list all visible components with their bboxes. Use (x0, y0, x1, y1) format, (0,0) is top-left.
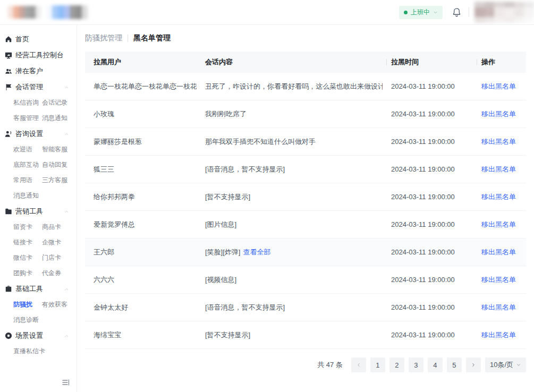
remove-from-blacklist-link[interactable]: 移出黑名单 (481, 248, 516, 256)
conversation-content-cell: [语音消息，暂不支持显示] (197, 303, 383, 312)
conversation-text: 我刚刚吃席了 (205, 110, 247, 118)
sidebar-subitem[interactable]: 团购卡 (13, 266, 42, 281)
remove-from-blacklist-link[interactable]: 移出黑名单 (481, 193, 516, 201)
sidebar-subitem[interactable]: 微信卡 (13, 250, 42, 266)
sidebar-subitem[interactable]: 消息通知 (42, 110, 77, 126)
view-all-link[interactable]: 查看全部 (243, 248, 270, 256)
sidebar-subitem[interactable]: 门店卡 (42, 250, 77, 266)
blacklist-user-cell: 狐三三 (85, 165, 197, 174)
page-number-button[interactable]: 3 (409, 357, 423, 372)
blacklist-user-cell: 小玫瑰 (85, 109, 197, 119)
sidebar-group-header[interactable]: 会话管理 (0, 79, 77, 95)
sidebar-subitem[interactable]: 链接卡 (13, 235, 42, 250)
sidebar-item-label: 首页 (15, 35, 29, 44)
header-divider (469, 7, 469, 17)
page-size-select[interactable]: 10条/页 (485, 357, 526, 372)
chevron-up-icon (64, 132, 69, 137)
main-content: 防骚扰管理 黑名单管理 拉黑用户 会话内容 拉黑时间 操作 单恋一枝花单恋一枝花… (78, 25, 534, 392)
sidebar-subitem[interactable]: 商品卡 (42, 219, 77, 235)
block-time-cell: 2024-03-11 19:00:00 (383, 331, 473, 339)
blacklist-user-cell: 金钟太太好 (85, 303, 197, 312)
sidebar-subitem[interactable]: 底部互动 (13, 157, 42, 173)
prev-page-button[interactable] (351, 357, 366, 372)
sidebar-subitem[interactable]: 智能客服 (42, 142, 77, 157)
sidebar-group-icon (5, 130, 12, 138)
sidebar-group-icon (5, 285, 12, 293)
sidebar-group-header[interactable]: 场景设置 (0, 328, 77, 344)
logo-redacted (8, 6, 41, 19)
table-row: 爱新觉罗傅总 [图片信息] 2024-03-11 19:00:00 移出黑名单 (85, 211, 526, 238)
sidebar-subitem[interactable]: 自动回复 (42, 157, 77, 173)
brand-name-redacted (46, 5, 88, 19)
sidebar-item[interactable]: 首页 (0, 31, 77, 47)
next-page-button[interactable] (466, 357, 481, 372)
sidebar-subitem[interactable]: 消息诊断 (13, 312, 42, 328)
sidebar-collapse-icon[interactable] (62, 378, 70, 387)
conversation-text: [图片信息] (205, 220, 236, 228)
sidebar-subitem[interactable]: 私信咨询 (13, 95, 42, 110)
sidebar-groups: 会话管理 私信咨询会话记录客服管理消息通知 咨询设置 (0, 79, 77, 359)
sidebar-subitem[interactable]: 三方客服 (42, 173, 77, 188)
table-row: 小玫瑰 我刚刚吃席了 2024-03-11 19:00:00 移出黑名单 (85, 100, 526, 128)
chevron-down-icon (516, 362, 521, 368)
conversation-content-cell: [笑脸][炸弹]查看全部 (197, 248, 383, 257)
sidebar-group-header[interactable]: 咨询设置 (0, 126, 77, 142)
blacklist-user-cell: 六六六 (85, 275, 197, 285)
chevron-left-icon (356, 362, 361, 368)
sidebar-subitem[interactable]: 会话记录 (42, 95, 77, 110)
notification-bell-icon[interactable] (452, 7, 461, 17)
page-number-button[interactable]: 4 (428, 357, 443, 372)
remove-from-blacklist-link[interactable]: 移出黑名单 (481, 138, 516, 146)
sidebar-item[interactable]: 潜在客户 (0, 63, 77, 79)
sidebar-group-header[interactable]: 营销工具 (0, 203, 77, 219)
sidebar-subitem[interactable]: 留资卡 (13, 219, 42, 235)
remove-from-blacklist-link[interactable]: 移出黑名单 (481, 276, 516, 284)
sidebar-subitem[interactable]: 常用语 (13, 173, 42, 188)
remove-from-blacklist-link[interactable]: 移出黑名单 (481, 303, 516, 311)
page-title: 黑名单管理 (133, 33, 171, 43)
sidebar-group-label: 场景设置 (15, 331, 43, 340)
sidebar-subitem[interactable]: 直播私信卡 (13, 344, 42, 359)
sidebar-subitem[interactable]: 企微卡 (42, 235, 77, 250)
page-number-button[interactable]: 1 (370, 357, 385, 372)
sidebar: 首页 经营工具控制台 潜在客户 会话管理 (0, 25, 77, 392)
sidebar-subitem[interactable]: 消息通知 (13, 188, 42, 203)
conversation-content-cell: 我刚刚吃席了 (197, 109, 383, 119)
sidebar-group-header[interactable]: 基础工具 (0, 281, 77, 297)
block-time-cell: 2024-03-11 19:00:00 (383, 193, 473, 201)
sidebar-subitem[interactable]: 防骚扰 (13, 297, 42, 312)
pagination: 共 47 条 12345 10条/页 (85, 357, 526, 372)
chevron-up-icon (64, 209, 69, 214)
breadcrumb: 防骚扰管理 黑名单管理 (85, 33, 526, 43)
table-body: 单恋一枝花单恋一枝花单恋一枝花... 丑死了，咋设计的，你看看好看吗，这么菜也敢… (85, 73, 526, 349)
block-time-cell: 2024-03-11 19:00:00 (383, 276, 473, 284)
sidebar-item[interactable]: 经营工具控制台 (0, 47, 77, 63)
conversation-content-cell: [图片信息] (197, 220, 383, 229)
sidebar-group: 场景设置 直播私信卡 (0, 328, 77, 359)
blacklist-user-cell: 海绵宝宝 (85, 330, 197, 340)
sidebar-item-icon (5, 52, 12, 59)
breadcrumb-parent[interactable]: 防骚扰管理 (85, 33, 122, 43)
sidebar-subitem[interactable]: 有效获客 (42, 297, 77, 312)
sidebar-group: 营销工具 留资卡商品卡链接卡企微卡微信卡门店卡团购卡代金券 (0, 203, 77, 281)
remove-from-blacklist-link[interactable]: 移出黑名单 (481, 331, 516, 339)
page-number-button[interactable]: 5 (447, 357, 462, 372)
sidebar-subitem[interactable]: 客服管理 (13, 110, 42, 126)
conversation-text: [暂不支持显示] (205, 331, 250, 339)
work-status-dropdown[interactable]: 上班中 (399, 6, 443, 19)
breadcrumb-divider (128, 35, 128, 42)
conversation-content-cell: [暂不支持显示] (197, 330, 383, 340)
block-time-cell: 2024-03-11 19:00:00 (383, 165, 473, 173)
sidebar-subitem[interactable]: 代金券 (42, 266, 77, 281)
sidebar-subitem[interactable]: 欢迎语 (13, 142, 42, 157)
account-info-redacted[interactable] (474, 2, 534, 23)
remove-from-blacklist-link[interactable]: 移出黑名单 (481, 110, 516, 118)
conversation-text: [视频信息] (205, 276, 236, 284)
remove-from-blacklist-link[interactable]: 移出黑名单 (481, 165, 516, 173)
remove-from-blacklist-link[interactable]: 移出黑名单 (481, 82, 516, 90)
page-number-button[interactable]: 2 (389, 357, 404, 372)
sidebar-group: 咨询设置 欢迎语智能客服底部互动自动回复常用语三方客服消息通知 (0, 126, 77, 203)
conversation-text: [语音消息，暂不支持显示] (205, 165, 285, 173)
remove-from-blacklist-link[interactable]: 移出黑名单 (481, 220, 516, 228)
sidebar-group: 会话管理 私信咨询会话记录客服管理消息通知 (0, 79, 77, 126)
